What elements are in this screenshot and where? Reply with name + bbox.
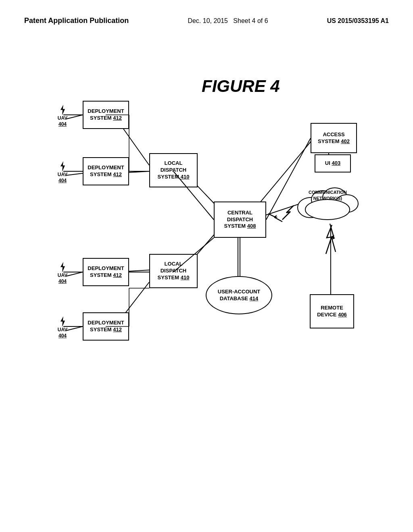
user-account-db: USER-ACCOUNT DATABASE 414 bbox=[206, 276, 272, 314]
svg-marker-24 bbox=[60, 262, 65, 272]
connection-lines bbox=[24, 52, 387, 496]
figure-label: FIGURE 4 bbox=[202, 77, 280, 96]
extra-lines bbox=[24, 52, 387, 496]
uav-icon-mid1: UAV 404 bbox=[48, 161, 77, 183]
deployment-system-bot2: DEPLOYMENT SYSTEM 412 bbox=[83, 312, 129, 341]
bolt-comm-remote bbox=[326, 224, 338, 258]
header-center: Dec. 10, 2015 Sheet 4 of 6 bbox=[188, 16, 268, 26]
header: Patent Application Publication Dec. 10, … bbox=[0, 0, 413, 34]
diagram: FIGURE 4 UAV 404 DEPLOYMENT SYSTEM 412 bbox=[24, 52, 387, 496]
uav-icon-bot1: UAV 404 bbox=[48, 262, 77, 284]
header-right: US 2015/0353195 A1 bbox=[327, 16, 389, 26]
access-system: ACCESS SYSTEM 402 bbox=[311, 123, 357, 153]
central-dispatch: CENTRAL DISPATCH SYSTEM 408 bbox=[214, 202, 266, 238]
header-left: Patent Application Publication bbox=[24, 16, 129, 25]
svg-marker-25 bbox=[60, 316, 65, 327]
publication-title: Patent Application Publication bbox=[24, 17, 129, 25]
page: Patent Application Publication Dec. 10, … bbox=[0, 0, 413, 532]
uav-icon-bot2: UAV 404 bbox=[48, 316, 77, 339]
local-dispatch-bot: LOCAL DISPATCH SYSTEM 410 bbox=[149, 254, 198, 288]
deployment-system-top: DEPLOYMENT SYSTEM 412 bbox=[83, 101, 129, 129]
remote-device: REMOTE DEVICE 406 bbox=[310, 294, 354, 328]
svg-marker-16 bbox=[60, 161, 65, 172]
svg-point-21 bbox=[305, 200, 350, 220]
svg-marker-15 bbox=[60, 105, 65, 115]
date-sheet: Dec. 10, 2015 Sheet 4 of 6 bbox=[188, 17, 268, 24]
bolt-central-comm bbox=[268, 212, 292, 225]
uav-icon-top: UAV 404 bbox=[48, 105, 77, 127]
deployment-system-mid1: DEPLOYMENT SYSTEM 412 bbox=[83, 157, 129, 185]
deployment-system-bot1: DEPLOYMENT SYSTEM 412 bbox=[83, 258, 129, 286]
ui-403: UI 403 bbox=[315, 154, 351, 172]
patent-number: US 2015/0353195 A1 bbox=[327, 17, 389, 24]
local-dispatch-top: LOCAL DISPATCH SYSTEM 410 bbox=[149, 153, 198, 187]
comm-network: COMMUNICATION NETWORK(S) bbox=[294, 177, 361, 224]
